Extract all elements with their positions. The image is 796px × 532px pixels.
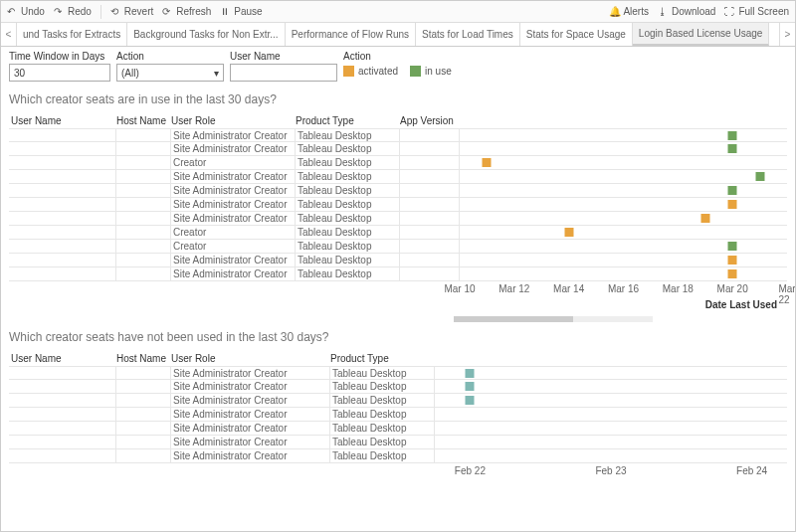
fullscreen-icon: ⛶ <box>724 6 735 17</box>
cell-host <box>116 380 171 393</box>
col-host: Host Name <box>116 353 171 364</box>
tab-0[interactable]: und Tasks for Extracts <box>17 23 127 46</box>
col-host: Host Name <box>116 115 171 126</box>
cell-product: Tableau Desktop <box>296 226 400 239</box>
toolbar: ↶Undo ↷Redo ⟲Revert ⟳Refresh ⏸Pause 🔔Ale… <box>1 1 795 23</box>
tab-2[interactable]: Performance of Flow Runs <box>286 23 416 46</box>
tab-next-button[interactable]: > <box>779 23 795 46</box>
table-row: Site Administrator CreatorTableau Deskto… <box>9 449 787 463</box>
data-mark[interactable] <box>728 186 737 195</box>
cell-product: Tableau Desktop <box>296 254 400 266</box>
plot-area <box>460 142 787 155</box>
col-role: User Role <box>171 353 330 364</box>
data-mark[interactable] <box>483 158 492 167</box>
table-row: Site Administrator CreatorTableau Deskto… <box>9 408 787 422</box>
plot-area <box>460 240 787 253</box>
action-select[interactable]: (All)▾ <box>116 64 224 82</box>
cell-user <box>9 170 116 183</box>
refresh-button[interactable]: ⟳Refresh <box>162 6 211 17</box>
data-mark[interactable] <box>728 269 737 278</box>
cell-host <box>116 449 171 462</box>
chart-not-used: User Name Host Name User Role Product Ty… <box>9 350 787 479</box>
cell-host <box>116 367 171 379</box>
data-mark[interactable] <box>728 242 737 251</box>
fullscreen-button[interactable]: ⛶Full Screen <box>724 6 789 17</box>
cell-user <box>9 367 116 379</box>
refresh-icon: ⟳ <box>162 6 173 17</box>
cell-role: Site Administrator Creator <box>171 254 296 266</box>
cell-host <box>116 267 171 280</box>
data-mark[interactable] <box>728 256 737 265</box>
cell-host <box>116 212 171 225</box>
cell-host <box>116 198 171 211</box>
chevron-down-icon: ▾ <box>214 68 219 79</box>
time-window-label: Time Window in Days <box>9 51 110 62</box>
axis-tick: Feb 24 <box>736 465 767 476</box>
download-button[interactable]: ⭳Download <box>658 6 715 17</box>
table-row: Site Administrator CreatorTableau Deskto… <box>9 198 787 212</box>
filter-bar: Time Window in Days Action (All)▾ User N… <box>1 47 795 85</box>
horizontal-scrollbar[interactable] <box>454 316 653 322</box>
data-mark[interactable] <box>466 369 475 378</box>
redo-button[interactable]: ↷Redo <box>54 6 92 17</box>
table-row: Site Administrator CreatorTableau Deskto… <box>9 436 787 449</box>
tab-3[interactable]: Stats for Load Times <box>416 23 520 46</box>
data-mark[interactable] <box>728 131 737 140</box>
revert-button[interactable]: ⟲Revert <box>110 6 153 17</box>
cell-app <box>400 129 460 141</box>
data-mark[interactable] <box>700 214 709 223</box>
cell-app <box>400 254 460 266</box>
cell-product: Tableau Desktop <box>330 380 435 393</box>
cell-app <box>400 226 460 239</box>
col-user: User Name <box>9 353 116 364</box>
table-row: Site Administrator CreatorTableau Deskto… <box>9 184 787 198</box>
user-input[interactable] <box>230 64 337 82</box>
time-window-input[interactable] <box>9 64 110 82</box>
pause-button[interactable]: ⏸Pause <box>220 6 262 17</box>
table-row: CreatorTableau Desktop <box>9 156 787 170</box>
axis-tick: Mar 16 <box>608 283 639 294</box>
redo-icon: ↷ <box>54 6 65 17</box>
cell-role: Site Administrator Creator <box>171 184 296 197</box>
tab-5[interactable]: Login Based License Usage <box>633 23 770 46</box>
tab-1[interactable]: Background Tasks for Non Extr... <box>127 23 285 46</box>
col-product: Product Type <box>296 115 400 126</box>
axis-tick: Mar 20 <box>717 283 748 294</box>
tab-4[interactable]: Stats for Space Usage <box>520 23 633 46</box>
separator <box>100 5 101 19</box>
table-row: Site Administrator CreatorTableau Deskto… <box>9 422 787 436</box>
cell-user <box>9 142 116 155</box>
data-mark[interactable] <box>564 228 573 237</box>
cell-product: Tableau Desktop <box>296 184 400 197</box>
table-header: User Name Host Name User Role Product Ty… <box>9 350 787 366</box>
col-role: User Role <box>171 115 296 126</box>
cell-role: Site Administrator Creator <box>171 394 330 407</box>
cell-product: Tableau Desktop <box>330 449 435 462</box>
data-mark[interactable] <box>466 396 475 405</box>
alerts-button[interactable]: 🔔Alerts <box>609 6 649 17</box>
undo-button[interactable]: ↶Undo <box>7 6 45 17</box>
plot-area <box>460 184 787 197</box>
cell-role: Site Administrator Creator <box>171 170 296 183</box>
cell-host <box>116 184 171 197</box>
action-filter: Action (All)▾ <box>116 51 224 82</box>
axis-tick: Mar 18 <box>663 283 694 294</box>
scrollbar-thumb[interactable] <box>454 316 573 322</box>
cell-user <box>9 184 116 197</box>
table-row: CreatorTableau Desktop <box>9 226 787 240</box>
col-product: Product Type <box>330 353 435 364</box>
cell-host <box>116 129 171 141</box>
data-mark[interactable] <box>728 200 737 209</box>
cell-host <box>116 226 171 239</box>
table-row: CreatorTableau Desktop <box>9 240 787 254</box>
plot-area <box>435 380 787 393</box>
data-mark[interactable] <box>466 382 475 391</box>
cell-user <box>9 267 116 280</box>
table-row: Site Administrator CreatorTableau Deskto… <box>9 254 787 267</box>
square-icon <box>410 66 421 77</box>
cell-role: Creator <box>171 240 296 253</box>
tab-prev-button[interactable]: < <box>1 23 17 46</box>
cell-user <box>9 422 116 435</box>
data-mark[interactable] <box>728 144 737 153</box>
data-mark[interactable] <box>755 172 764 181</box>
